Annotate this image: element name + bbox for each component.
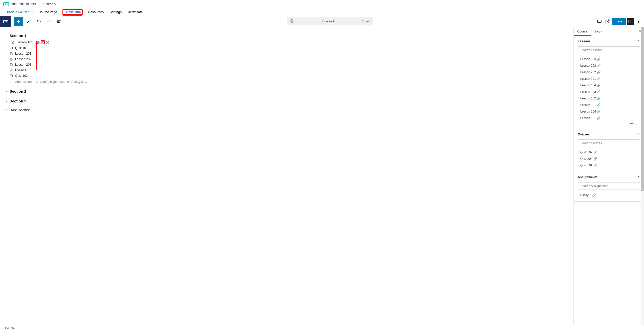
tab-course-page[interactable]: Course Page [38,9,57,15]
item-label: Quiz 101 [15,46,28,50]
curriculum-item-lesson-101[interactable]: Lesson 101 [6,39,568,45]
lesson-item-label: Lesson 104 [580,84,596,87]
sub-header: ← Back to Courses Course Page Curriculum… [0,8,644,16]
external-link-button[interactable] [604,18,611,25]
tab-curriculum[interactable]: Curriculum [62,9,83,15]
curriculum-item-lesson-203[interactable]: Lesson 203 [6,62,568,67]
sidebar-tab-block[interactable]: Block [591,27,606,36]
inspector-sidebar: Course Block Lessons Lesson 303🔗 Lesson … [573,27,644,325]
search-assignments-input[interactable] [578,182,640,190]
lessons-next-link[interactable]: Next → [578,121,640,126]
add-separator: or [67,80,70,84]
section-header-1[interactable]: Section 1 [5,32,568,39]
search-lessons-input[interactable] [578,46,640,54]
section-header-3[interactable]: Section 3 [5,97,568,105]
memberpress-square-icon[interactable] [0,16,11,27]
link-icon: 🔗 [597,116,601,120]
settings-sidebar-toggle[interactable] [627,18,634,25]
quiz-item[interactable]: Quiz 202🔗 [578,156,640,162]
document-overview-button[interactable] [54,17,63,26]
save-button[interactable]: Save [612,18,626,25]
lesson-item[interactable]: Lesson 103🔗 [578,89,640,95]
tab-certificate[interactable]: Certificate [127,9,143,15]
link-icon: 🔗 [597,57,601,61]
panel-assignments: Assignments Essay 1🔗 [574,172,644,202]
link-icon: 🔗 [592,193,596,197]
lesson-icon [10,57,13,61]
lesson-item[interactable]: Lesson 104🔗 [578,82,640,89]
svg-point-14 [638,22,639,23]
svg-point-19 [7,43,7,43]
panel-body-quizzes: Quiz 102🔗 Quiz 202🔗 Quiz 101🔗 [574,139,644,172]
sidebar-tabs: Course Block [574,27,644,36]
sidebar-tab-course[interactable]: Course [574,27,591,36]
lesson-item-label: Lesson 202 [580,70,596,74]
nav-tabs: Course Page Curriculum Resources Setting… [38,9,143,15]
curriculum-item-lesson-202[interactable]: Lesson 202 [6,56,568,62]
lesson-item[interactable]: Lesson 203🔗 [578,62,640,69]
quiz-icon [10,74,13,78]
drag-handle-icon[interactable] [6,41,9,44]
scrollbar-thumb[interactable] [641,27,644,191]
add-assignment-link[interactable]: Add Assignment... [40,80,66,84]
tab-settings[interactable]: Settings [109,9,122,15]
quiz-item-label: Quiz 102 [580,151,592,154]
svg-point-18 [8,42,8,42]
add-quiz-link[interactable]: Add Quiz... [71,80,87,84]
item-label: Lesson 201 [15,52,31,55]
redo-button[interactable] [44,17,53,26]
section-title: Section 3 [10,99,26,103]
svg-rect-7 [597,20,601,22]
assignment-item[interactable]: Essay 1🔗 [578,192,640,198]
chevron-up-icon [636,132,640,136]
lesson-item[interactable]: Lesson 201🔗 [578,76,640,82]
view-item-button[interactable] [36,40,40,44]
lesson-item[interactable]: Lesson 204🔗 [578,108,640,115]
undo-button[interactable] [34,17,43,26]
back-to-courses-link[interactable]: ← Back to Courses [3,10,33,14]
lesson-item[interactable]: Lesson 202🔗 [578,69,640,76]
curriculum-item-quiz-102[interactable]: Quiz 102 [6,73,568,79]
add-section-button[interactable]: Add section [5,105,568,112]
section-title: Section 1 [10,33,26,38]
toolbar-right: Save [596,18,644,25]
title-bar[interactable]: Course A Ctrl+K [287,17,373,25]
lesson-item[interactable]: Lesson 303🔗 [578,56,640,62]
scrollbar-track[interactable] [641,27,644,325]
panel-header-lessons[interactable]: Lessons [574,36,644,46]
edit-item-button[interactable] [41,40,45,44]
lesson-icon [11,41,15,44]
link-icon: 🔗 [593,164,597,167]
search-quizzes-input[interactable] [578,139,640,147]
section-title: Section 2 [10,89,26,93]
quiz-item[interactable]: Quiz 102🔗 [578,149,640,156]
caret-right-icon [5,100,8,103]
add-block-button[interactable] [14,17,23,26]
add-lesson-link[interactable]: Add Lesson... [15,80,34,84]
link-icon: 🔗 [597,77,601,81]
curriculum-item-essay-1[interactable]: Essay 1 [6,67,568,73]
remove-item-button[interactable] [46,40,50,44]
view-button[interactable] [596,18,603,25]
lesson-item-label: Lesson 303 [580,57,596,61]
add-item-row: Add Lesson... or Add Assignment... or Ad… [6,79,568,85]
lesson-item[interactable]: Lesson 101🔗 [578,115,640,121]
tab-resources[interactable]: Resources [88,9,104,15]
lesson-item[interactable]: Lesson 102🔗 [578,95,640,102]
panel-body-lessons: Lesson 303🔗 Lesson 203🔗 Lesson 202🔗 Less… [574,46,644,129]
lesson-item[interactable]: Lesson 101🔗 [578,102,640,108]
toolbar-left [0,16,64,27]
title-bar-shortcut: Ctrl+K [362,20,370,23]
curriculum-item-lesson-201[interactable]: Lesson 201 [6,51,568,56]
lesson-item-label: Lesson 101 [580,103,596,107]
svg-point-15 [7,41,7,42]
panel-header-assignments[interactable]: Assignments [574,172,644,182]
section-header-2[interactable]: Section 2 [5,88,568,95]
quiz-item[interactable]: Quiz 101🔗 [578,162,640,169]
svg-point-13 [638,21,639,21]
curriculum-item-quiz-101[interactable]: Quiz 101 [6,45,568,51]
more-options-button[interactable] [635,18,642,25]
title-bar-text: Course A [295,20,362,23]
edit-mode-button[interactable] [24,17,33,26]
panel-header-quizzes[interactable]: Quizzes [574,129,644,139]
